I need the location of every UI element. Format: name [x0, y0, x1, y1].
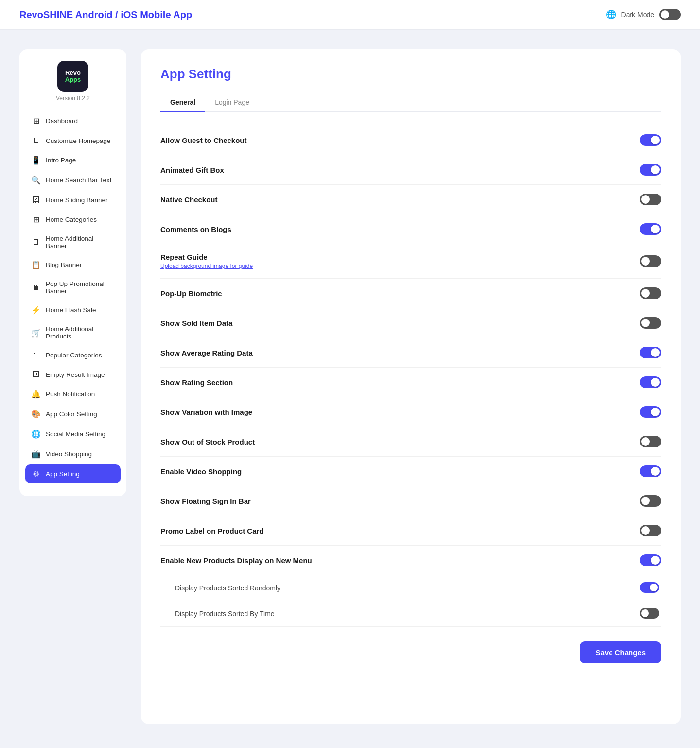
setting-row-popup-biometric: Pop-Up Biometric [160, 279, 661, 308]
setting-label-show-out-of-stock-product: Show Out of Stock Product [160, 438, 255, 446]
setting-row-show-floating-sign-in-bar: Show Floating Sign In Bar [160, 486, 661, 516]
sidebar-item-empty-result-image[interactable]: 🖼 Empty Result Image [25, 365, 121, 384]
toggle-promo-label-on-product-card[interactable] [640, 525, 661, 536]
setting-row-allow-guest-checkout: Allow Guest to Checkout [160, 125, 661, 155]
toggle-show-floating-sign-in-bar[interactable] [640, 495, 661, 507]
setting-label-show-variation-with-image: Show Variation with Image [160, 408, 252, 416]
toggle-native-checkout[interactable] [640, 194, 661, 205]
sidebar-item-push-notification[interactable]: 🔔 Push Notification [25, 385, 121, 404]
setting-row-enable-video-shopping: Enable Video Shopping [160, 457, 661, 486]
nav-label-customize-homepage: Customize Homepage [46, 137, 111, 144]
nav-label-home-flash-sale: Home Flash Sale [46, 306, 96, 314]
sidebar-item-video-shopping[interactable]: 📺 Video Shopping [25, 445, 121, 463]
setting-label-enable-video-shopping: Enable Video Shopping [160, 467, 242, 476]
toggle-animated-gift-box[interactable] [640, 164, 661, 176]
nav-icon-social-media-setting: 🌐 [31, 429, 41, 439]
toggle-show-variation-with-image[interactable] [640, 406, 661, 418]
setting-row-show-variation-with-image: Show Variation with Image [160, 397, 661, 427]
logo-inner: Revo Apps [65, 70, 81, 84]
sidebar-item-app-setting[interactable]: ⚙ App Setting [25, 464, 121, 483]
setting-row-comments-on-blogs: Comments on Blogs [160, 214, 661, 244]
sidebar: Revo Apps Version 8.2.2 ⊞ Dashboard 🖥 Cu… [19, 49, 126, 496]
sidebar-item-home-flash-sale[interactable]: ⚡ Home Flash Sale [25, 301, 121, 320]
toggle-show-sold-item-data[interactable] [640, 317, 661, 329]
sidebar-nav: ⊞ Dashboard 🖥 Customize Homepage 📱 Intro… [19, 111, 126, 484]
settings-list: Allow Guest to CheckoutAnimated Gift Box… [160, 125, 661, 627]
setting-sub-repeat-guide[interactable]: Upload background image for guide [160, 263, 253, 269]
setting-label-show-average-rating-data: Show Average Rating Data [160, 349, 253, 357]
toggle-show-rating-section[interactable] [640, 376, 661, 388]
sidebar-item-app-color-setting[interactable]: 🎨 App Color Setting [25, 405, 121, 424]
nav-label-app-color-setting: App Color Setting [46, 410, 97, 418]
toggle-repeat-guide[interactable] [640, 255, 661, 267]
sidebar-item-social-media-setting[interactable]: 🌐 Social Media Setting [25, 425, 121, 444]
darkmode-label: Dark Mode [621, 11, 654, 18]
nav-icon-customize-homepage: 🖥 [31, 136, 41, 145]
nav-label-intro-page: Intro Page [46, 157, 76, 164]
sidebar-item-home-additional-banner[interactable]: 🗒 Home Additional Banner [25, 230, 121, 254]
setting-label-native-checkout: Native Checkout [160, 196, 218, 204]
nav-icon-app-color-setting: 🎨 [31, 410, 41, 419]
save-button[interactable]: Save Changes [580, 641, 661, 663]
darkmode-toggle-track[interactable] [659, 9, 681, 20]
setting-row-native-checkout: Native Checkout [160, 185, 661, 214]
nav-icon-dashboard: ⊞ [31, 116, 41, 125]
nav-label-app-setting: App Setting [46, 470, 80, 478]
tab-general[interactable]: General [160, 93, 205, 112]
page-title: App Setting [160, 67, 661, 82]
nav-label-social-media-setting: Social Media Setting [46, 430, 105, 438]
toggle-popup-biometric[interactable] [640, 287, 661, 299]
sidebar-item-home-search-bar-text[interactable]: 🔍 Home Search Bar Text [25, 171, 121, 190]
save-btn-row: Save Changes [160, 641, 661, 663]
darkmode-icon: 🌐 [606, 9, 616, 20]
toggle-display-sorted-randomly[interactable] [640, 582, 661, 594]
logo-revo: Revo [65, 70, 81, 76]
sidebar-item-home-categories[interactable]: ⊞ Home Categories [25, 210, 121, 229]
nav-label-dashboard: Dashboard [46, 117, 78, 125]
setting-label-show-rating-section: Show Rating Section [160, 378, 233, 387]
nav-label-pop-up-promotional-banner: Pop Up Promotional Banner [46, 280, 115, 295]
sidebar-item-pop-up-promotional-banner[interactable]: 🖥 Pop Up Promotional Banner [25, 275, 121, 300]
nav-icon-home-additional-products: 🛒 [31, 328, 41, 338]
sidebar-item-popular-categories[interactable]: 🏷 Popular Categories [25, 346, 121, 364]
nav-label-home-sliding-banner: Home Sliding Banner [46, 196, 108, 204]
nav-label-popular-categories: Popular Categories [46, 352, 102, 359]
sidebar-item-customize-homepage[interactable]: 🖥 Customize Homepage [25, 131, 121, 150]
tab-login-page[interactable]: Login Page [205, 93, 259, 112]
setting-label-repeat-guide: Repeat Guide [160, 253, 253, 261]
setting-row-promo-label-on-product-card: Promo Label on Product Card [160, 516, 661, 546]
topbar: RevoSHINE Android / iOS Mobile App 🌐 Dar… [0, 0, 700, 30]
sidebar-version: Version 8.2.2 [56, 95, 90, 102]
toggle-allow-guest-checkout[interactable] [640, 134, 661, 146]
nav-label-home-additional-products: Home Additional Products [46, 325, 115, 340]
toggle-enable-new-products-display[interactable] [640, 554, 661, 566]
nav-label-blog-banner: Blog Banner [46, 261, 82, 268]
nav-icon-home-categories: ⊞ [31, 215, 41, 224]
nav-icon-video-shopping: 📺 [31, 449, 41, 459]
setting-label-comments-on-blogs: Comments on Blogs [160, 225, 231, 233]
sub-setting-label-display-sorted-by-time: Display Products Sorted By Time [175, 610, 275, 618]
nav-label-push-notification: Push Notification [46, 391, 95, 398]
sidebar-item-dashboard[interactable]: ⊞ Dashboard [25, 111, 121, 130]
darkmode-toggle[interactable] [659, 9, 681, 20]
sidebar-item-intro-page[interactable]: 📱 Intro Page [25, 151, 121, 170]
toggle-display-sorted-by-time[interactable] [640, 608, 661, 620]
nav-icon-popular-categories: 🏷 [31, 351, 41, 359]
nav-icon-push-notification: 🔔 [31, 390, 41, 399]
toggle-show-average-rating-data[interactable] [640, 347, 661, 358]
toggle-comments-on-blogs[interactable] [640, 223, 661, 235]
setting-label-show-floating-sign-in-bar: Show Floating Sign In Bar [160, 497, 251, 505]
setting-row-repeat-guide: Repeat GuideUpload background image for … [160, 244, 661, 279]
sidebar-item-home-additional-products[interactable]: 🛒 Home Additional Products [25, 321, 121, 345]
darkmode-toggle-thumb [661, 10, 669, 19]
tabs: GeneralLogin Page [160, 93, 661, 112]
setting-label-popup-biometric: Pop-Up Biometric [160, 289, 222, 298]
toggle-show-out-of-stock-product[interactable] [640, 436, 661, 447]
toggle-enable-video-shopping[interactable] [640, 465, 661, 477]
nav-label-home-search-bar-text: Home Search Bar Text [46, 177, 112, 184]
setting-label-animated-gift-box: Animated Gift Box [160, 166, 224, 174]
nav-icon-home-sliding-banner: 🖼 [31, 196, 41, 204]
sidebar-item-home-sliding-banner[interactable]: 🖼 Home Sliding Banner [25, 191, 121, 209]
app-title: RevoSHINE Android / iOS Mobile App [19, 9, 192, 20]
sidebar-item-blog-banner[interactable]: 📋 Blog Banner [25, 255, 121, 274]
